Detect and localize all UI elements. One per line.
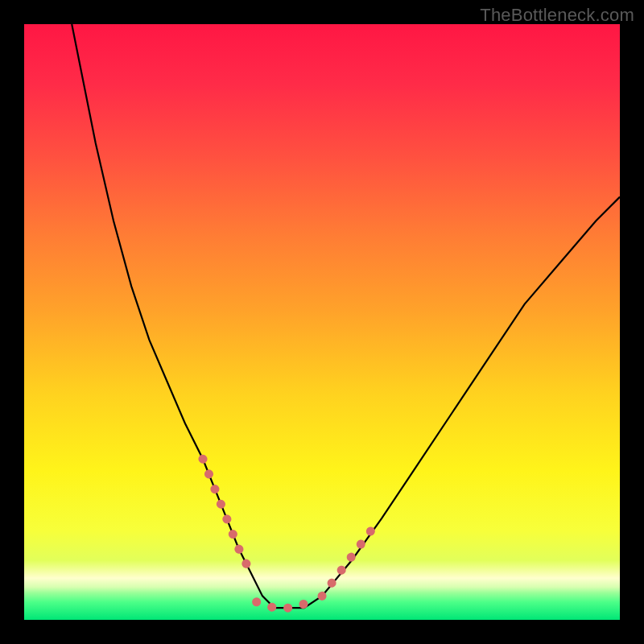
series-highlight-right [322,525,376,597]
curve-layer [24,24,620,620]
series-main-curve [72,24,620,608]
series-highlight-left [203,459,250,572]
watermark-text: TheBottleneck.com [480,5,634,26]
chart-frame: TheBottleneck.com [0,0,644,644]
plot-area [24,24,620,620]
series-highlight-bottom [257,602,311,608]
